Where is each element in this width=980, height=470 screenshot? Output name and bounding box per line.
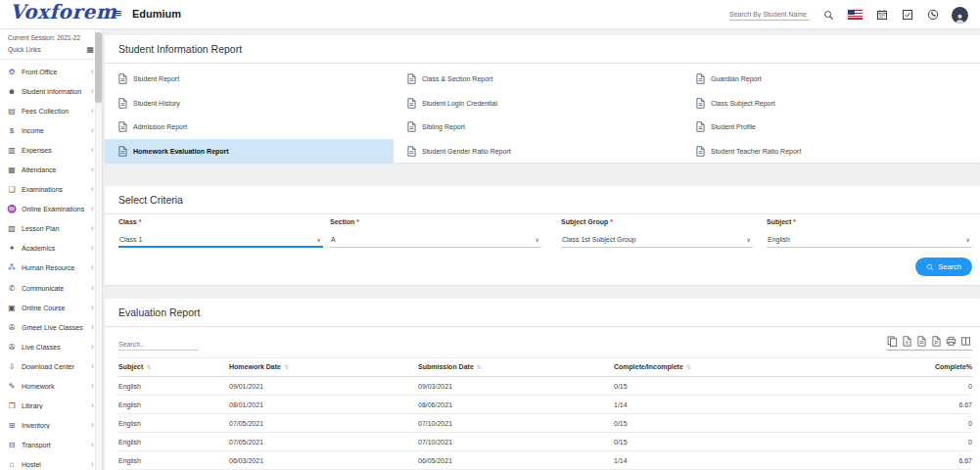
table-cell: 07/10/2021 [418,433,614,451]
search-icon[interactable] [822,9,835,22]
table-toolbar: XP [105,327,980,353]
report-link-label: Student Report [133,75,179,82]
table-search-input[interactable] [118,339,199,351]
copy-icon[interactable] [887,335,898,347]
sidebar-item-fees-collection[interactable]: ▤Fees Collection‹ [0,101,102,120]
table-cell: 1/14 [614,396,859,414]
chevron-left-icon: ‹ [91,401,94,410]
document-icon [696,98,705,109]
sidebar-item-income[interactable]: $Income‹ [0,120,102,140]
csv-icon[interactable] [916,335,927,347]
report-link-class-subject-report[interactable]: Class Subject Report [682,91,980,116]
sidebar-item-download-center[interactable]: ⇩Download Center‹ [0,356,102,376]
search-button[interactable]: Search [915,258,972,276]
sidebar-item-attendance[interactable]: ▦Attendance‹ [0,160,102,179]
report-link-label: Sibling Report [422,123,465,130]
sidebar-item-label: Fees Collection [22,108,91,115]
chevron-left-icon: ‹ [91,107,94,116]
sidebar-item-front-office[interactable]: ⚙Front Office‹ [0,62,102,81]
report-link-student-teacher-ratio-report[interactable]: Student Teacher Ratio Report [682,139,980,164]
subject-select[interactable]: English∨ [767,234,972,248]
chevron-left-icon: ‹ [91,362,94,371]
report-link-label: Admission Report [133,123,187,130]
user-avatar[interactable] [952,7,968,24]
report-link-guardian-report[interactable]: Guardian Report [682,67,980,91]
hamburger-menu-icon[interactable]: ≡ [115,6,122,21]
document-icon [696,146,705,157]
criteria-field-class: Class*Class 1∨ [118,218,323,248]
column-header-subject[interactable]: Subject⇅ [118,358,229,377]
section-select[interactable]: A∨ [330,234,541,248]
table-cell: English [118,451,229,470]
sidebar-item-library[interactable]: ❒Library‹ [0,397,102,416]
print-icon[interactable] [946,335,957,347]
main-content: Student Information Report Student Repor… [103,29,980,470]
sidebar-item-transport[interactable]: ⊟Transport‹ [0,436,102,455]
table-cell: 6.67 [859,451,972,470]
required-asterisk: * [610,218,613,225]
calendar-icon[interactable] [875,9,888,22]
sidebar-item-communicate[interactable]: ✆Communicate‹ [0,278,102,298]
pdf-icon[interactable]: P [931,335,942,347]
document-icon [118,121,127,132]
sidebar-item-homework[interactable]: ✎Homework‹ [0,377,102,397]
column-header-submission-date[interactable]: Submission Date⇅ [418,358,614,377]
sidebar-item-expenses[interactable]: ▥Expenses‹ [0,140,102,160]
report-link-sibling-report[interactable]: Sibling Report [394,115,682,139]
expenses-icon: ▥ [7,146,17,155]
sidebar-item-online-course[interactable]: ▣Online Course‹ [0,298,102,317]
table-cell: 06/03/2021 [229,451,418,470]
sidebar-item-human-resource[interactable]: ⁂Human Resource‹ [0,258,102,278]
front-office-icon: ⚙ [7,68,17,76]
report-link-admission-report[interactable]: Admission Report [105,115,394,139]
columns-icon[interactable] [960,335,971,347]
select-criteria-card: Select Criteria Class*Class 1∨Section*A∨… [105,186,980,285]
sidebar-item-label: Academics [22,245,91,252]
table-cell: 0 [859,377,972,396]
sidebar-item-gmeet-live-classes[interactable]: ✇Gmeet Live Classes‹ [0,317,102,337]
sidebar-item-live-classes[interactable]: ✇Live Classes‹ [0,337,102,356]
report-link-student-report[interactable]: Student Report [105,67,394,91]
report-link-class-section-report[interactable]: Class & Section Report [394,67,682,91]
sidebar-item-examinations[interactable]: ❏Examinations‹ [0,180,102,200]
column-header-complete-incomplete[interactable]: Complete/Incomplete⇅ [614,358,859,377]
sidebar-item-lesson-plan[interactable]: ▧Lesson Plan‹ [0,219,102,239]
download-center-icon: ⇩ [7,362,17,371]
homework-icon: ✎ [7,382,17,391]
table-row: English08/01/202108/06/20211/146.67 [118,396,972,414]
sidebar-item-hostel[interactable]: ⌂Hostel‹ [0,455,102,470]
academics-icon: ✦ [7,244,17,253]
report-links-grid: Student ReportStudent HistoryAdmission R… [105,64,980,164]
sidebar-item-label: Gmeet Live Classes [22,324,91,331]
language-flag-icon[interactable] [848,10,863,20]
report-link-student-gender-ratio-report[interactable]: Student Gender Ratio Report [394,139,682,164]
class-select[interactable]: Class 1∨ [118,234,323,248]
sort-icon: ⇅ [477,364,482,370]
sidebar-scrollbar-thumb[interactable] [95,32,102,103]
hostel-icon: ⌂ [7,460,17,469]
report-link-student-login-credential[interactable]: Student Login Credential [394,91,682,116]
subject-group-select[interactable]: Class 1st Subject Group∨ [561,234,753,248]
quick-links-label: Quick Links [8,46,41,53]
sidebar-item-academics[interactable]: ✦Academics‹ [0,239,102,258]
document-icon [696,73,705,84]
sidebar-item-student-information[interactable]: ☻Student Information‹ [0,81,102,101]
report-link-student-profile[interactable]: Student Profile [682,115,980,139]
whatsapp-icon[interactable] [926,9,939,22]
excel-icon[interactable]: X [902,335,912,347]
sidebar-item-label: Lesson Plan [22,225,91,232]
report-link-student-history[interactable]: Student History [105,91,394,116]
report-link-homework-evaluation-report[interactable]: Homework Evaluation Report [105,139,394,164]
header-actions [729,0,968,29]
student-search-input[interactable] [729,9,810,21]
document-icon [696,121,705,132]
column-header-homework-date[interactable]: Homework Date⇅ [229,358,418,377]
sidebar-item-online-examinations[interactable]: ♒Online Examinations‹ [0,200,102,219]
table-cell: 07/05/2021 [229,433,418,451]
examinations-icon: ❏ [7,185,17,194]
sidebar-item-inventory[interactable]: ⊞Inventory‹ [0,416,102,436]
document-icon [118,98,127,109]
todo-check-icon[interactable] [901,9,913,22]
quick-links-grid-icon[interactable]: ▦ [86,45,94,54]
chevron-left-icon: ‹ [91,244,94,253]
